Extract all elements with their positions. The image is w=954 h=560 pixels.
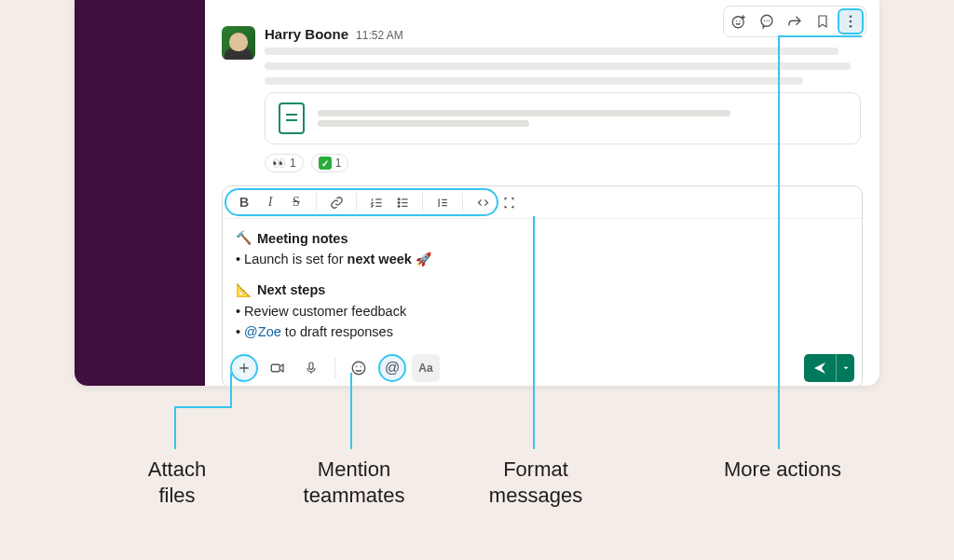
message-line: [265, 48, 838, 55]
heading-text: Meeting notes: [257, 228, 348, 249]
message-body: Harry Boone 11:52 AM 👀 1: [265, 26, 863, 172]
eyes-icon: 👀: [272, 157, 286, 170]
more-actions-icon[interactable]: [838, 8, 864, 34]
send-options-button[interactable]: [836, 354, 854, 382]
emoji-button[interactable]: [345, 354, 373, 382]
app-window: Harry Boone 11:52 AM 👀 1: [75, 0, 879, 386]
video-button[interactable]: [264, 354, 292, 382]
mention-button[interactable]: @: [378, 354, 406, 382]
message-line: [265, 62, 851, 70]
svg-point-8: [850, 20, 852, 23]
svg-point-0: [732, 17, 743, 28]
strike-button[interactable]: S: [284, 190, 308, 214]
pencil-icon: 📐: [236, 280, 252, 301]
message-row: Harry Boone 11:52 AM 👀 1: [222, 26, 863, 172]
svg-point-15: [352, 362, 365, 375]
bullet-line: • Launch is set for next week 🚀: [236, 249, 849, 270]
left-sidebar: [75, 0, 205, 386]
callout-line: [350, 373, 352, 449]
link-button[interactable]: [324, 190, 348, 214]
svg-point-7: [850, 15, 852, 18]
callout-line: [230, 373, 232, 406]
svg-point-5: [766, 20, 767, 21]
svg-point-1: [736, 20, 737, 21]
callout-line: [174, 406, 232, 408]
format-toggle-button[interactable]: Aa: [412, 354, 440, 382]
label-format: Format messages: [475, 457, 596, 508]
svg-rect-14: [309, 362, 313, 369]
document-icon: [279, 102, 305, 134]
send-button[interactable]: [804, 354, 836, 382]
svg-rect-13: [271, 364, 279, 372]
bullet-line: • @Zoe to draft responses: [236, 321, 849, 342]
blockquote-button[interactable]: [430, 190, 455, 214]
attachment-meta: [318, 106, 847, 130]
bullet-list-button[interactable]: [390, 190, 415, 214]
svg-point-6: [769, 20, 770, 21]
check-icon: ✓: [319, 157, 332, 170]
callout-line: [174, 406, 176, 449]
heading-text: Next steps: [257, 280, 325, 300]
code-button[interactable]: [470, 190, 495, 214]
reaction-count: 1: [335, 157, 342, 170]
italic-button[interactable]: I: [258, 190, 282, 214]
format-toolbar: B I S: [223, 186, 862, 219]
message-line: [265, 77, 803, 85]
callout-line: [778, 35, 780, 449]
avatar[interactable]: [222, 26, 255, 60]
callout-line: [778, 35, 862, 37]
svg-point-11: [398, 201, 400, 203]
svg-point-9: [850, 25, 852, 28]
mention[interactable]: @Zoe: [244, 324, 281, 339]
bold-button[interactable]: B: [232, 190, 256, 214]
label-mention: Mention teammates: [289, 457, 419, 508]
hammer-icon: 🔨: [236, 228, 252, 249]
file-attachment[interactable]: [265, 92, 861, 144]
message-time: 11:52 AM: [356, 29, 403, 42]
codeblock-button[interactable]: [497, 190, 521, 214]
svg-point-16: [356, 365, 358, 367]
send-group: [804, 354, 854, 382]
composer-body[interactable]: 🔨 Meeting notes • Launch is set for next…: [223, 219, 862, 350]
svg-point-4: [764, 20, 765, 21]
reaction-check[interactable]: ✓ 1: [311, 154, 349, 172]
svg-point-2: [739, 20, 740, 21]
attach-button[interactable]: [230, 354, 258, 382]
rocket-icon: 🚀: [416, 252, 431, 266]
thread-icon[interactable]: [754, 8, 780, 34]
audio-button[interactable]: [297, 354, 325, 382]
message-action-bar: [723, 6, 866, 37]
callout-line: [533, 216, 535, 449]
reaction-bar: 👀 1 ✓ 1: [265, 154, 863, 172]
message-composer: B I S: [222, 185, 863, 386]
react-icon[interactable]: [726, 8, 752, 34]
author-name[interactable]: Harry Boone: [265, 26, 348, 42]
bookmark-icon[interactable]: [810, 8, 836, 34]
share-icon[interactable]: [782, 8, 808, 34]
composer-bottom-bar: @ Aa: [223, 350, 862, 386]
reaction-eyes[interactable]: 👀 1: [265, 154, 304, 172]
svg-point-12: [398, 205, 400, 207]
svg-point-10: [398, 198, 400, 199]
bullet-line: • Review customer feedback: [236, 301, 849, 321]
ordered-list-button[interactable]: [364, 190, 388, 214]
svg-point-17: [361, 365, 362, 367]
reaction-count: 1: [290, 157, 296, 170]
label-more: More actions: [708, 457, 857, 483]
label-attach: Attach files: [126, 457, 228, 508]
